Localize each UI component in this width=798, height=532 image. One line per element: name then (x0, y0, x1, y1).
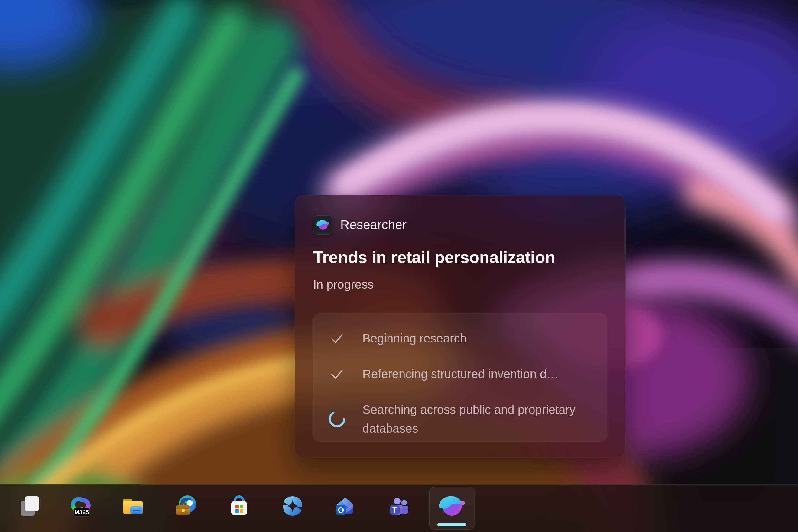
window-stack-icon (16, 493, 43, 519)
researcher-icon (437, 491, 467, 521)
taskbar-button-window-stack[interactable] (16, 489, 43, 524)
taskbar-button-microsoft-store[interactable] (226, 489, 252, 524)
check-icon (328, 330, 345, 347)
microsoft-store-icon (226, 493, 252, 519)
researcher-app-tile (313, 215, 332, 234)
app-name: Researcher (340, 217, 406, 232)
outlook-glyph: O (338, 506, 344, 515)
taskbar-button-teams[interactable]: T (385, 489, 412, 524)
step-label: Referencing structured invention d… (362, 364, 558, 383)
m365-badge-label: M365 (74, 509, 89, 515)
taskbar-button-outlook[interactable]: O (332, 489, 359, 524)
teams-glyph: T (392, 506, 397, 514)
step-row: Beginning research (328, 329, 595, 348)
spinner-icon (328, 411, 345, 428)
task-status: In progress (313, 277, 607, 292)
active-app-indicator (437, 523, 467, 526)
check-icon (328, 365, 345, 382)
teams-icon: T (385, 493, 412, 519)
researcher-icon (316, 217, 330, 232)
m365-copilot-icon: M365 (67, 493, 94, 519)
step-row: Referencing structured invention d… (328, 364, 595, 383)
taskbar-button-researcher-active[interactable] (429, 487, 475, 530)
taskbar-button-edge-business[interactable] (173, 489, 200, 524)
progress-panel: Beginning research Referencing structure… (313, 314, 607, 442)
sync-sparkle-icon (279, 493, 306, 519)
taskbar-button-m365-copilot[interactable]: M365 (67, 489, 94, 524)
researcher-notification-card[interactable]: Researcher Trends in retail personalizat… (295, 195, 626, 458)
step-row: Searching across public and proprietary … (328, 400, 595, 438)
outlook-icon: O (332, 493, 359, 519)
file-explorer-icon (120, 493, 146, 519)
desktop: Researcher Trends in retail personalizat… (0, 0, 798, 532)
taskbar-button-file-explorer[interactable] (120, 489, 146, 524)
task-title: Trends in retail personalization (313, 248, 607, 267)
taskbar-button-sync-sparkle-app[interactable] (279, 489, 306, 524)
step-label: Beginning research (362, 329, 467, 348)
card-header: Researcher (313, 215, 607, 234)
edge-briefcase-icon (173, 493, 200, 519)
step-label: Searching across public and proprietary … (362, 400, 589, 438)
